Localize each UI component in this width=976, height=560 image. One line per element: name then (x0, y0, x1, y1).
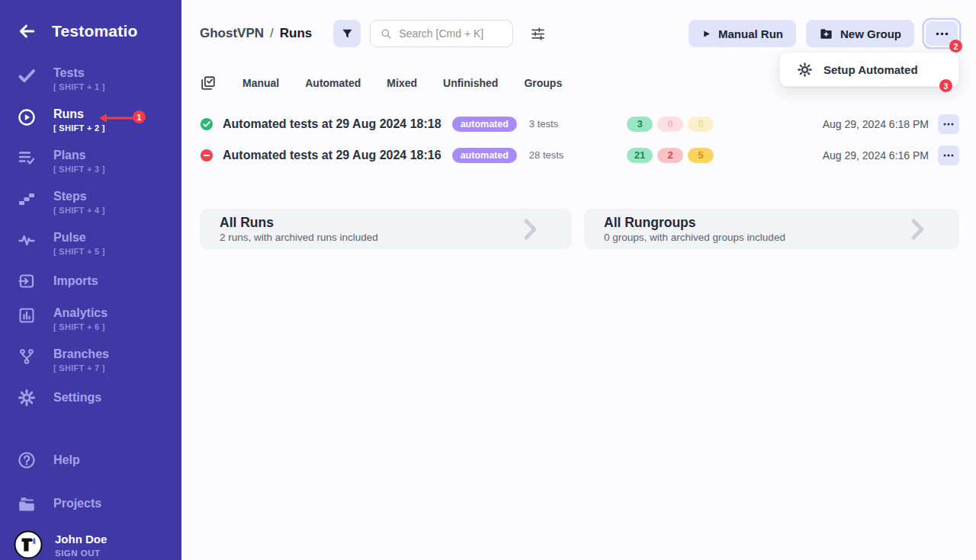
run-tests-count: 3 tests (529, 118, 558, 130)
menu-item-setup-automated[interactable]: Setup Automated (824, 63, 918, 76)
runs-list: Automated tests at 29 Aug 2024 18:18 aut… (181, 108, 976, 171)
tab-manual[interactable]: Manual (242, 77, 279, 89)
sidebar-item-label: Branches (53, 347, 109, 361)
play-icon (702, 29, 711, 39)
run-result-counts: 21 2 5 (627, 148, 714, 163)
run-tests-count: 28 tests (529, 149, 564, 161)
sidebar-item-runs[interactable]: Runs [ SHIFT + 2 ] 1 (0, 107, 181, 139)
topbar: GhostVPN / Runs (181, 0, 976, 47)
run-row[interactable]: Automated tests at 29 Aug 2024 18:16 aut… (181, 139, 976, 171)
ellipsis-icon (943, 154, 954, 157)
card-title: All Runs (220, 215, 378, 230)
sidebar-item-label: Settings (53, 390, 101, 405)
run-row[interactable]: Automated tests at 29 Aug 2024 18:18 aut… (181, 108, 976, 139)
import-icon (0, 271, 53, 290)
sidebar-item-shortcut: [ SHIFT + 3 ] (53, 165, 105, 174)
ellipsis-icon (936, 32, 949, 36)
sidebar-item-analytics[interactable]: Analytics [ SHIFT + 6 ] (0, 306, 181, 338)
new-group-button[interactable]: New Group (806, 20, 914, 47)
breadcrumb-project[interactable]: GhostVPN (200, 26, 264, 41)
sidebar-item-projects[interactable]: Projects (0, 493, 181, 514)
sign-out-link[interactable]: SIGN OUT (55, 549, 107, 558)
more-actions-dropdown: Setup Automated 3 (779, 52, 959, 87)
topbar-actions: Manual Run New Group 2 (689, 20, 959, 47)
breadcrumb: GhostVPN / Runs (200, 26, 312, 41)
sidebar-item-label: Pulse (53, 230, 105, 245)
summary-cards: All Runs 2 runs, with archived runs incl… (200, 209, 959, 249)
sidebar-brand: Testomatio (0, 0, 181, 44)
run-title[interactable]: Automated tests at 29 Aug 2024 18:18 (223, 117, 441, 131)
sidebar-item-branches[interactable]: Branches [ SHIFT + 7 ] (0, 347, 181, 379)
annotation-step-badge: 2 (949, 40, 962, 53)
tab-mixed[interactable]: Mixed (387, 77, 417, 89)
passed-count-pill: 21 (627, 148, 653, 163)
all-runs-card[interactable]: All Runs 2 runs, with archived runs incl… (200, 209, 572, 249)
run-more-button[interactable] (938, 146, 959, 165)
sidebar-item-tests[interactable]: Tests [ SHIFT + 1 ] (0, 66, 181, 98)
search-icon (380, 27, 393, 40)
sidebar-item-help[interactable]: Help (0, 450, 181, 470)
filter-button[interactable] (333, 20, 361, 47)
chevron-right-icon (523, 218, 538, 241)
sidebar-nav: Tests [ SHIFT + 1 ] Runs [ SHIFT + 2 ] 1 (0, 66, 181, 559)
card-subtitle: 2 runs, with archived runs included (220, 232, 378, 243)
main-content: GhostVPN / Runs (181, 0, 976, 560)
status-passed-icon (200, 117, 214, 131)
sidebar-item-settings[interactable]: Settings (0, 388, 181, 407)
sidebar-item-pulse[interactable]: Pulse [ SHIFT + 5 ] (0, 230, 181, 262)
manual-run-label: Manual Run (718, 27, 783, 40)
play-circle-icon (0, 107, 53, 127)
sidebar-item-label: Steps (53, 189, 105, 203)
card-subtitle: 0 groups, with archived groups included (604, 232, 785, 243)
card-title: All Rungroups (604, 215, 785, 230)
funnel-icon (341, 27, 354, 40)
search-input[interactable] (399, 27, 505, 40)
bar-chart-icon (0, 306, 53, 325)
passed-count-pill: 3 (627, 117, 653, 132)
chevron-right-icon (910, 218, 926, 241)
tab-unfinished[interactable]: Unfinished (443, 77, 498, 89)
tab-automated[interactable]: Automated (305, 77, 361, 89)
app-window: Testomatio Tests [ SHIFT + 1 ] Runs [ SH… (0, 0, 976, 560)
list-check-icon (0, 148, 53, 167)
user-menu[interactable]: John Doe SIGN OUT (0, 530, 181, 559)
avatar (14, 530, 43, 559)
sidebar-item-shortcut: [ SHIFT + 7 ] (53, 363, 109, 373)
failed-count-pill: 2 (657, 148, 683, 163)
breadcrumb-page: Runs (280, 26, 313, 41)
status-failed-icon (200, 149, 214, 162)
user-name: John Doe (55, 533, 107, 546)
run-title[interactable]: Automated tests at 29 Aug 2024 18:16 (223, 149, 441, 162)
sidebar-item-plans[interactable]: Plans [ SHIFT + 3 ] (0, 148, 181, 180)
sidebar-item-steps[interactable]: Steps [ SHIFT + 4 ] (0, 189, 181, 221)
annotation-step-badge: 1 (133, 110, 146, 123)
help-icon (0, 450, 53, 470)
app-title: Testomatio (52, 22, 137, 40)
check-icon (0, 66, 53, 85)
sidebar-item-imports[interactable]: Imports (0, 271, 181, 290)
sidebar-item-shortcut: [ SHIFT + 1 ] (53, 82, 105, 91)
sidebar-item-shortcut: [ SHIFT + 6 ] (53, 322, 108, 331)
tab-groups[interactable]: Groups (524, 77, 562, 89)
sidebar-item-label: Projects (53, 496, 101, 510)
search-box[interactable] (370, 20, 513, 47)
skipped-count-pill: 0 (688, 117, 714, 132)
run-result-counts: 3 0 0 (627, 117, 714, 132)
tab-all-runs[interactable] (200, 75, 217, 91)
pulse-icon (0, 230, 53, 249)
run-more-button[interactable] (938, 114, 959, 134)
sidebar-item-label: Imports (53, 274, 98, 288)
all-rungroups-card[interactable]: All Rungroups 0 groups, with archived gr… (584, 209, 959, 249)
annotation-arrow-icon (98, 113, 134, 126)
new-group-label: New Group (840, 27, 901, 40)
failed-count-pill: 0 (657, 117, 683, 132)
sidebar-item-shortcut: [ SHIFT + 4 ] (53, 206, 105, 215)
branch-icon (0, 347, 53, 366)
run-type-badge: automated (452, 148, 517, 163)
checkbox-stack-icon (200, 75, 217, 91)
sliders-icon[interactable] (530, 26, 546, 42)
skipped-count-pill: 5 (688, 148, 714, 163)
manual-run-button[interactable]: Manual Run (689, 20, 796, 47)
more-actions-button[interactable]: 2 (924, 20, 959, 47)
back-arrow-icon[interactable] (17, 21, 37, 41)
